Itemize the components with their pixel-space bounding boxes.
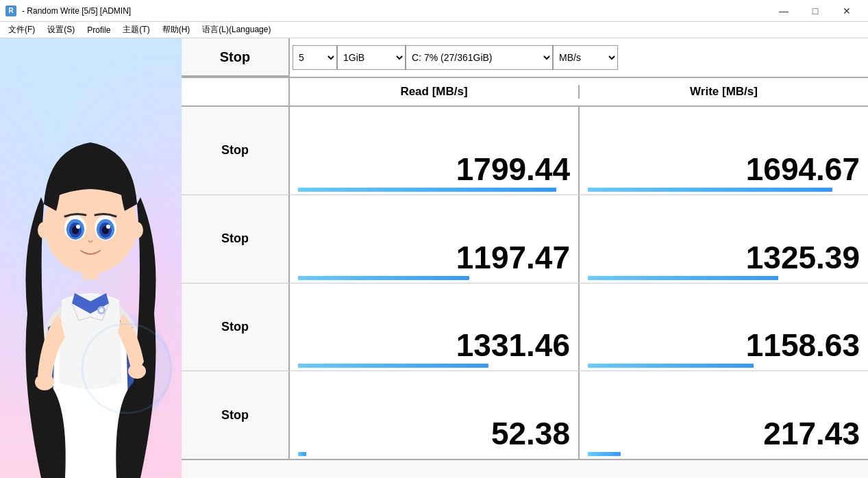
write-value-row1: 1694.67	[580, 107, 868, 194]
stop-button-row4[interactable]: Stop	[182, 371, 290, 459]
table-row: Stop 52.38 217.43	[182, 371, 868, 459]
table-row: Stop 1197.47 1325.39	[182, 195, 868, 284]
write-progress-row1	[588, 188, 860, 192]
control-dropdowns: 5 1234 681632 1GiB 1MiB8MiB64MiB 512MiB2…	[290, 38, 868, 77]
read-bar-row1	[298, 188, 556, 192]
write-bar-row1	[588, 188, 832, 192]
read-bar-row3	[298, 364, 488, 368]
write-number-row2: 1325.39	[746, 242, 860, 273]
window-controls: — □ ✕	[768, 0, 863, 22]
read-value-row4: 52.38	[290, 371, 580, 459]
write-header: Write [MB/s]	[580, 85, 868, 99]
headers-row: Read [MB/s] Write [MB/s]	[182, 78, 868, 107]
drive-select[interactable]: C: 7% (27/361GiB)	[406, 45, 553, 70]
stop-button-row1[interactable]: Stop	[182, 107, 290, 194]
read-number-row4: 52.38	[491, 418, 570, 449]
stop-button-row2[interactable]: Stop	[182, 195, 290, 283]
right-panel-benchmark: Stop 5 1234 681632 1GiB 1MiB8MiB64MiB 51…	[182, 38, 868, 478]
main-stop-button[interactable]: Stop	[182, 38, 290, 77]
data-rows: Stop 1799.44 1694.67 Stop	[182, 107, 868, 459]
svg-point-12	[76, 225, 80, 229]
menu-settings[interactable]: 设置(S)	[42, 23, 80, 37]
unit-select[interactable]: MB/s GB/sIOPSμs	[553, 45, 618, 70]
read-value-row2: 1197.47	[290, 195, 580, 283]
app-icon: R	[5, 5, 16, 16]
write-bar-row3	[588, 364, 754, 368]
read-number-row1: 1799.44	[456, 153, 570, 185]
read-value-row1: 1799.44	[290, 107, 580, 194]
write-number-row3: 1158.63	[746, 329, 860, 361]
read-number-row3: 1331.46	[456, 329, 570, 361]
read-header: Read [MB/s]	[290, 85, 580, 99]
left-panel-anime: ◎	[0, 38, 182, 478]
menu-language[interactable]: 语言(L)(Language)	[197, 23, 276, 37]
table-row: Stop 1331.46 1158.63	[182, 284, 868, 372]
write-progress-row2	[588, 276, 860, 280]
read-bar-row2	[298, 276, 469, 280]
read-number-row2: 1197.47	[456, 242, 570, 273]
menu-profile[interactable]: Profile	[82, 24, 116, 36]
close-button[interactable]: ✕	[831, 0, 863, 22]
svg-point-16	[35, 374, 54, 390]
stop-button-row3[interactable]: Stop	[182, 284, 290, 371]
bottom-bar	[182, 459, 868, 478]
window-title: - Random Write [5/5] [ADMIN]	[22, 6, 131, 16]
read-bar-row4	[298, 452, 306, 456]
write-bar-row4	[588, 452, 621, 456]
write-bar-row2	[588, 276, 778, 280]
read-value-row3: 1331.46	[290, 284, 580, 371]
maximize-button[interactable]: □	[799, 0, 831, 22]
menu-bar: 文件(F) 设置(S) Profile 主题(T) 帮助(H) 语言(L)(La…	[0, 22, 868, 38]
read-progress-row2	[298, 276, 570, 280]
write-value-row3: 1158.63	[580, 284, 868, 371]
write-number-row4: 217.43	[763, 418, 860, 449]
write-progress-row3	[588, 364, 860, 368]
menu-theme[interactable]: 主题(T)	[117, 23, 155, 37]
svg-point-19	[99, 308, 103, 312]
menu-help[interactable]: 帮助(H)	[157, 23, 196, 37]
controls-row: Stop 5 1234 681632 1GiB 1MiB8MiB64MiB 51…	[182, 38, 868, 78]
svg-point-17	[128, 364, 146, 379]
read-progress-row4	[298, 452, 570, 456]
read-progress-row1	[298, 188, 570, 192]
svg-point-13	[106, 225, 110, 229]
test-size-select[interactable]: 1GiB 1MiB8MiB64MiB 512MiB2GiB4GiB 8GiB16…	[337, 45, 406, 70]
write-progress-row4	[588, 452, 860, 456]
main-content: ◎ Stop 5 1234 681632 1GiB 1MiB8MiB64MiB …	[0, 38, 868, 478]
svg-point-15	[131, 222, 143, 238]
title-bar: R - Random Write [5/5] [ADMIN] — □ ✕	[0, 0, 868, 22]
write-value-row2: 1325.39	[580, 195, 868, 283]
read-progress-row3	[298, 364, 570, 368]
write-value-row4: 217.43	[580, 371, 868, 459]
queue-depth-select[interactable]: 5 1234 681632	[293, 45, 337, 70]
svg-point-14	[38, 222, 50, 238]
write-number-row1: 1694.67	[746, 153, 860, 185]
anime-character: ◎	[0, 40, 182, 478]
header-spacer	[182, 78, 290, 105]
table-row: Stop 1799.44 1694.67	[182, 107, 868, 195]
minimize-button[interactable]: —	[768, 0, 799, 22]
menu-file[interactable]: 文件(F)	[3, 23, 40, 37]
title-bar-left: R - Random Write [5/5] [ADMIN]	[5, 5, 131, 16]
